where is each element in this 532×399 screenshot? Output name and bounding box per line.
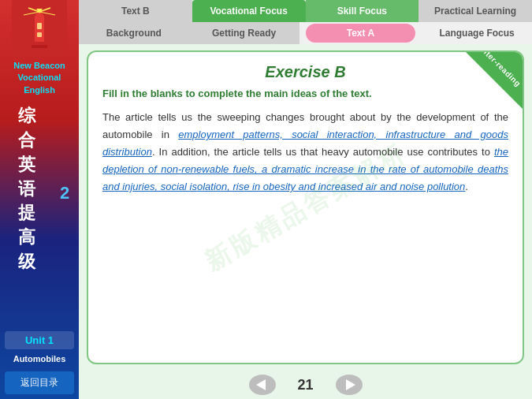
tab-background[interactable]: Background [79,22,189,44]
tab-vocational-focus[interactable]: Vocational Focus [192,0,306,22]
page-number: 21 [294,374,318,397]
back-button[interactable]: 返回目录 [5,371,74,394]
chinese-char: 综 [18,104,35,129]
tab-practical-learning[interactable]: Practical Learning [419,0,532,22]
exercise-box: After-reading 新版精品答案解析 Exercise B Fill i… [87,50,524,364]
body-text-2: . In addition, the article tells us that… [152,146,494,158]
exercise-instruction: Fill in the blanks to complete the main … [102,88,508,99]
nav-row-2: Background Getting Ready Text A Language… [79,22,532,44]
body-text-3: . [465,181,468,192]
tab-text-b[interactable]: Text B [79,0,192,22]
exercise-title: Exercise B [102,63,508,81]
chinese-char: 级 [18,250,35,274]
main-content: Text B Vocational Focus Skill Focus Prac… [79,0,532,399]
sidebar: New Beacon Vocational English 综 合 英 语 提 … [0,0,79,399]
level-number: 2 [60,183,69,203]
svg-rect-3 [32,45,47,48]
chinese-char: 英 [18,153,35,177]
exercise-body: The article tells us the sweeping change… [102,109,508,196]
chinese-char: 提 [18,201,35,226]
nav-row-1: Text B Vocational Focus Skill Focus Prac… [79,0,532,22]
bottom-nav: 21 [79,371,532,399]
chinese-char: 合 [18,129,35,153]
nav-container: Text B Vocational Focus Skill Focus Prac… [79,0,532,44]
next-icon [335,374,363,396]
logo-icon [22,7,57,48]
prev-icon [248,374,277,396]
chinese-char: 高 [18,226,35,250]
tab-skill-focus[interactable]: Skill Focus [306,0,419,22]
next-button[interactable] [333,373,365,397]
tab-text-a[interactable]: Text A [306,24,416,43]
prev-button[interactable] [247,373,278,397]
after-reading-ribbon: After-reading [463,50,524,112]
svg-rect-8 [37,23,42,29]
subject-label: Automobiles [12,351,68,367]
sidebar-chinese-text: 综 合 英 语 提 高 级 2 [0,101,79,330]
chinese-char: 语 [18,177,35,202]
unit-label: Unit 1 [5,331,74,349]
tab-language-focus[interactable]: Language Focus [422,22,532,44]
content-area: After-reading 新版精品答案解析 Exercise B Fill i… [79,44,532,371]
svg-rect-9 [37,32,42,37]
sidebar-app-title: New Beacon Vocational English [0,55,79,101]
sidebar-logo [12,0,67,55]
tab-getting-ready[interactable]: Getting Ready [189,22,299,44]
